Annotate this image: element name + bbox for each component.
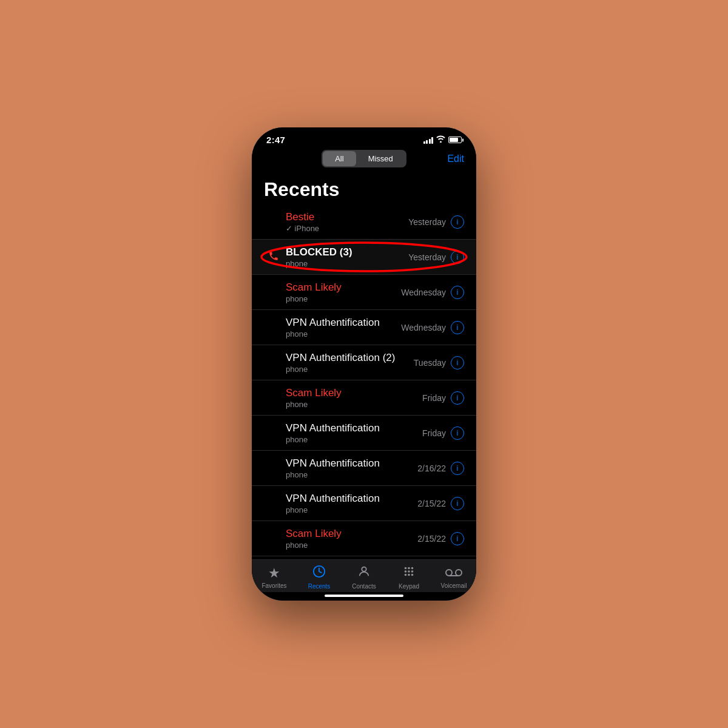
page-title: Recents [252,172,476,204]
svg-point-8 [411,570,414,573]
call-right-blocked: Yesterday i [408,251,464,264]
info-button-vpn2-tuesday[interactable]: i [451,356,464,369]
call-name-scam-wednesday: Scam Likely [286,281,401,294]
call-info-scam-215: Scam Likely phone [283,528,417,550]
svg-point-11 [411,574,414,576]
call-item-vpn-216[interactable]: VPN Authentification phone 2/16/22 i [252,451,476,486]
call-date-vpn-215: 2/15/22 [417,499,446,508]
call-info-blocked: BLOCKED (3) phone [283,246,408,268]
info-button-scam-215[interactable]: i [451,532,464,545]
call-subtext-scam-215: phone [286,541,417,550]
tab-label-contacts: Contacts [352,583,376,590]
call-date-scam-215: 2/15/22 [417,534,446,544]
wifi-icon [436,135,445,144]
tab-missed[interactable]: Missed [356,151,405,166]
svg-point-7 [408,570,410,573]
call-item-scam-215[interactable]: Scam Likely phone 2/15/22 i [252,521,476,556]
call-date-vpn-wednesday: Wednesday [401,323,446,332]
call-item-vpn2-tuesday[interactable]: VPN Authentification (2) phone Tuesday i [252,345,476,380]
notch [318,127,410,146]
call-subtext-bestie: ✓ iPhone [286,224,408,233]
call-item-vpn-wednesday[interactable]: VPN Authentification phone Wednesday i [252,310,476,345]
call-name-scam-215: Scam Likely [286,528,417,540]
filter-tabs: All Missed Edit [252,147,476,172]
tab-label-keypad: Keypad [399,583,419,590]
call-subtext-blocked: phone [286,259,408,268]
tab-keypad[interactable]: Keypad [391,565,427,590]
call-subtext-vpn2-tuesday: phone [286,365,414,374]
edit-button[interactable]: Edit [447,153,464,164]
info-button-vpn-215[interactable]: i [451,497,464,510]
call-right-scam-friday: Friday i [422,391,464,405]
call-date-vpn2-tuesday: Tuesday [414,358,446,368]
call-info-scam-friday: Scam Likely phone [283,387,422,409]
call-name-blocked: BLOCKED (3) [286,246,408,258]
tab-bar: ★ Favorites Recents [252,559,476,592]
call-date-scam-wednesday: Wednesday [401,288,446,297]
info-button-scam-wednesday[interactable]: i [451,286,464,299]
call-info-vpn-wednesday: VPN Authentification phone [283,317,401,339]
svg-point-2 [362,567,366,571]
home-indicator [325,595,403,597]
call-item-blocked[interactable]: BLOCKED (3) phone Yesterday i [252,240,476,275]
favorites-icon: ★ [268,565,280,581]
call-date-scam-friday: Friday [422,393,446,403]
call-info-vpn-216: VPN Authentification phone [283,457,417,479]
call-info-scam-wednesday: Scam Likely phone [283,281,401,303]
call-right-scam-wednesday: Wednesday i [401,286,464,299]
phone-screen: 2:47 [252,127,476,601]
call-subtext-vpn-friday: phone [286,435,422,444]
call-item-scam-214[interactable]: Scam Likely phone 2/14/22 i [252,556,476,559]
tab-voicemail[interactable]: Voicemail [436,565,472,589]
info-button-vpn-216[interactable]: i [451,462,464,475]
svg-point-12 [446,570,452,576]
status-time: 2:47 [266,135,285,145]
contacts-icon [357,565,371,582]
call-info-vpn-215: VPN Authentification phone [283,493,417,514]
svg-point-3 [405,567,407,570]
svg-point-10 [408,574,410,576]
call-date-bestie: Yesterday [408,217,446,227]
call-date-blocked: Yesterday [408,252,446,262]
call-icon-blocked [264,251,283,264]
svg-point-4 [408,567,410,570]
info-button-scam-friday[interactable]: i [451,391,464,405]
phone-device: 2:47 [252,127,476,601]
call-item-bestie[interactable]: Bestie ✓ iPhone Yesterday i [252,204,476,240]
voicemail-icon [445,565,462,581]
call-item-vpn-friday[interactable]: VPN Authentification phone Friday i [252,416,476,451]
signal-icon [423,136,434,144]
call-item-scam-friday[interactable]: Scam Likely phone Friday i [252,380,476,416]
svg-point-13 [456,570,462,576]
phone-blocked-icon [268,251,279,264]
call-subtext-vpn-wednesday: phone [286,329,401,339]
call-info-vpn2-tuesday: VPN Authentification (2) phone [283,352,414,374]
call-right-vpn-216: 2/16/22 i [417,462,464,475]
tab-label-recents: Recents [308,583,331,590]
tab-label-favorites: Favorites [261,582,286,589]
call-date-vpn-216: 2/16/22 [417,463,446,473]
call-name-scam-friday: Scam Likely [286,387,422,399]
call-name-bestie: Bestie [286,211,408,223]
battery-icon [448,136,462,143]
info-button-vpn-wednesday[interactable]: i [451,321,464,334]
tab-favorites[interactable]: ★ Favorites [256,565,292,589]
info-button-blocked[interactable]: i [451,251,464,264]
tab-label-voicemail: Voicemail [441,582,467,589]
call-name-vpn-friday: VPN Authentification [286,422,422,434]
call-info-bestie: Bestie ✓ iPhone [283,211,408,233]
call-name-vpn-216: VPN Authentification [286,457,417,470]
call-item-vpn-215[interactable]: VPN Authentification phone 2/15/22 i [252,486,476,521]
tab-contacts[interactable]: Contacts [346,565,382,590]
segment-control[interactable]: All Missed [322,150,406,167]
tab-recents[interactable]: Recents [301,565,337,590]
tab-all[interactable]: All [323,151,356,166]
call-subtext-vpn-216: phone [286,470,417,479]
call-right-vpn-friday: Friday i [422,426,464,440]
info-button-bestie[interactable]: i [451,215,464,229]
call-item-scam-wednesday[interactable]: Scam Likely phone Wednesday i [252,275,476,310]
recents-list: Recents Bestie ✓ iPhone Yesterday i [252,172,476,559]
svg-point-5 [411,567,414,570]
info-button-vpn-friday[interactable]: i [451,426,464,440]
status-icons [423,135,462,144]
